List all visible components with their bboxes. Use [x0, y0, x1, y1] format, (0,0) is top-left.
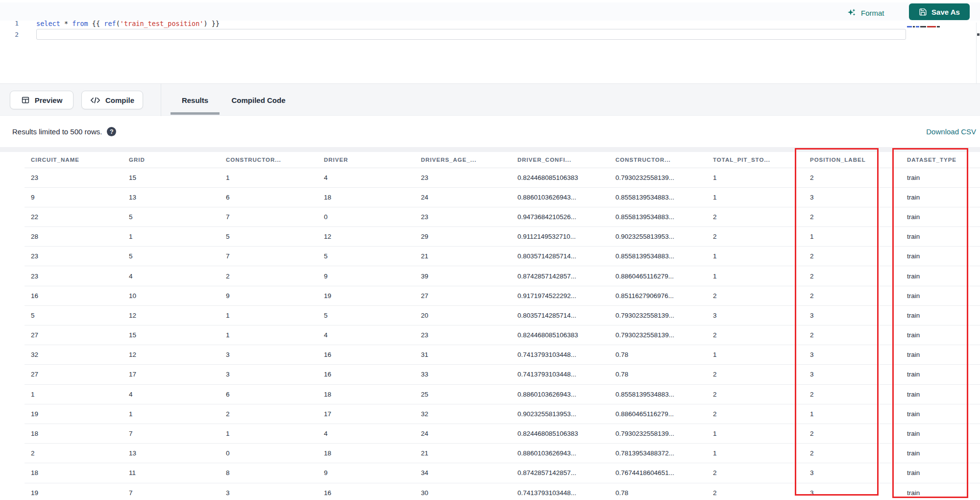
active-tab-indicator — [171, 112, 220, 115]
table-cell: 15 — [122, 325, 220, 345]
table-cell: train — [901, 207, 980, 226]
table-cell: 0.824468085106383 — [511, 168, 609, 187]
table-cell: 0.8860103626943... — [511, 187, 609, 207]
table-cell: train — [901, 305, 980, 325]
code-token: ( — [116, 20, 120, 27]
table-cell: 2 — [804, 384, 901, 404]
table-cell: 1 — [707, 247, 804, 266]
table-cell: train — [901, 266, 980, 286]
code-line-1[interactable]: 1 select * from {{ ref('train_test_posit… — [0, 18, 906, 29]
table-cell: 23 — [24, 247, 122, 266]
table-cell: 0.8558139534883... — [609, 207, 707, 226]
table-cell: 0.78 — [609, 345, 707, 365]
column-header-driver-confi[interactable]: DRIVER_CONFI... — [511, 152, 609, 168]
tab-compiled-code-label: Compiled Code — [231, 96, 285, 104]
save-as-button[interactable]: Save As — [909, 3, 970, 20]
compile-label: Compile — [105, 96, 134, 104]
editor-scrollbar[interactable] — [976, 23, 977, 83]
table-cell: 13 — [122, 187, 220, 207]
table-cell: 24 — [415, 424, 511, 443]
table-row: 213018210.8860103626943...0.781395348837… — [24, 444, 980, 463]
column-header-driver[interactable]: DRIVER — [318, 152, 415, 168]
table-cell: 0.7413793103448... — [511, 345, 609, 365]
preview-button[interactable]: Preview — [10, 91, 74, 109]
table-cell: 3 — [220, 483, 318, 500]
table-cell: 0.8742857142857... — [511, 463, 609, 483]
table-cell: 0.8035714285714... — [511, 305, 609, 325]
tab-results[interactable]: Results — [171, 84, 220, 116]
code-token: select — [36, 20, 60, 27]
table-cell: 16 — [318, 345, 415, 365]
table-row: 23429390.8742857142857...0.8860465116279… — [24, 266, 980, 286]
minimap-mark — [920, 26, 926, 27]
table-cell: 3 — [707, 305, 804, 325]
table-cell: 19 — [318, 286, 415, 305]
column-header-circuit-name[interactable]: CIRCUIT_NAME — [24, 152, 122, 168]
table-cell: 17 — [122, 365, 220, 384]
table-cell: 2 — [707, 286, 804, 305]
column-header-dataset-type[interactable]: DATASET_TYPE — [901, 152, 980, 168]
table-cell: 9 — [318, 266, 415, 286]
table-cell: 21 — [415, 247, 511, 266]
table-cell: 1 — [122, 404, 220, 424]
table-cell: train — [901, 463, 980, 483]
table-cell: 2 — [220, 266, 318, 286]
table-cell: 10 — [122, 286, 220, 305]
table-cell: 16 — [24, 286, 122, 305]
dbt-ide-screen: Format Save As 1 select * from {{ ref('t… — [0, 0, 980, 500]
table-cell: 0.7930232558139... — [609, 424, 707, 443]
table-row: 51215200.8035714285714...0.7930232558139… — [24, 305, 980, 325]
table-cell: 2 — [707, 384, 804, 404]
minimap-mark — [907, 26, 912, 27]
table-cell: 9 — [24, 187, 122, 207]
preview-label: Preview — [35, 96, 63, 104]
table-row: 22570230.9473684210526...0.8558139534883… — [24, 207, 980, 226]
table-cell: 0.7930232558139... — [609, 325, 707, 345]
header-row: CIRCUIT_NAMEGRIDCONSTRUCTOR...DRIVERDRIV… — [24, 152, 980, 168]
column-header-total-pit-sto[interactable]: TOTAL_PIT_STO... — [707, 152, 804, 168]
table-cell: 2 — [804, 424, 901, 443]
table-cell: 12 — [122, 345, 220, 365]
table-cell: 0.78 — [609, 483, 707, 500]
column-header-constructor[interactable]: CONSTRUCTOR... — [220, 152, 318, 168]
table-cell: 0.8860465116279... — [609, 404, 707, 424]
table-cell: 0.8558139534883... — [609, 247, 707, 266]
compile-button[interactable]: Compile — [81, 91, 143, 109]
table-cell: 0.8860103626943... — [511, 444, 609, 463]
help-icon[interactable]: ? — [107, 127, 116, 136]
table-cell: 5 — [24, 305, 122, 325]
code-token: from — [72, 20, 88, 27]
code-token: ref — [104, 20, 116, 27]
table-row: 231514230.8244680851063830.7930232558139… — [24, 168, 980, 187]
editor-minimap[interactable] — [907, 25, 940, 27]
table-row: 1610919270.9171974522292...0.85116279069… — [24, 286, 980, 305]
results-limit-text: Results limited to 500 rows. — [12, 127, 102, 136]
table-cell: 0.7413793103448... — [511, 365, 609, 384]
scrollbar-thumb[interactable] — [977, 33, 980, 36]
column-header-constructor[interactable]: CONSTRUCTOR... — [609, 152, 707, 168]
results-toolbar: Preview Compile Results Compiled Code — [0, 83, 980, 116]
table-cell: 2 — [804, 266, 901, 286]
code-token — [88, 20, 92, 27]
column-header-position-label[interactable]: POSITION_LABEL — [804, 152, 901, 168]
table-cell: 0.78 — [609, 365, 707, 384]
code-token: }} — [212, 20, 220, 27]
sql-editor-pane: Format Save As 1 select * from {{ ref('t… — [0, 0, 980, 83]
tab-compiled-code[interactable]: Compiled Code — [223, 84, 294, 116]
column-header-grid[interactable]: GRID — [122, 152, 220, 168]
table-cell: 3 — [220, 365, 318, 384]
column-header-drivers-age[interactable]: DRIVERS_AGE_... — [415, 152, 511, 168]
results-table: CIRCUIT_NAMEGRIDCONSTRUCTOR...DRIVERDRIV… — [24, 152, 980, 500]
table-cell: 0.9473684210526... — [511, 207, 609, 226]
table-cell: 4 — [318, 424, 415, 443]
active-line-highlight — [36, 29, 906, 40]
code-token: 'train_test_position' — [120, 20, 204, 27]
table-cell: 20 — [415, 305, 511, 325]
table-cell: 0.7413793103448... — [511, 483, 609, 500]
download-csv-link[interactable]: Download CSV — [926, 116, 976, 147]
table-cell: 1 — [707, 168, 804, 187]
table-grid-icon — [21, 96, 30, 104]
results-table-area: CIRCUIT_NAMEGRIDCONSTRUCTOR...DRIVERDRIV… — [0, 147, 980, 500]
table-cell: 1 — [707, 424, 804, 443]
table-cell: 23 — [24, 168, 122, 187]
